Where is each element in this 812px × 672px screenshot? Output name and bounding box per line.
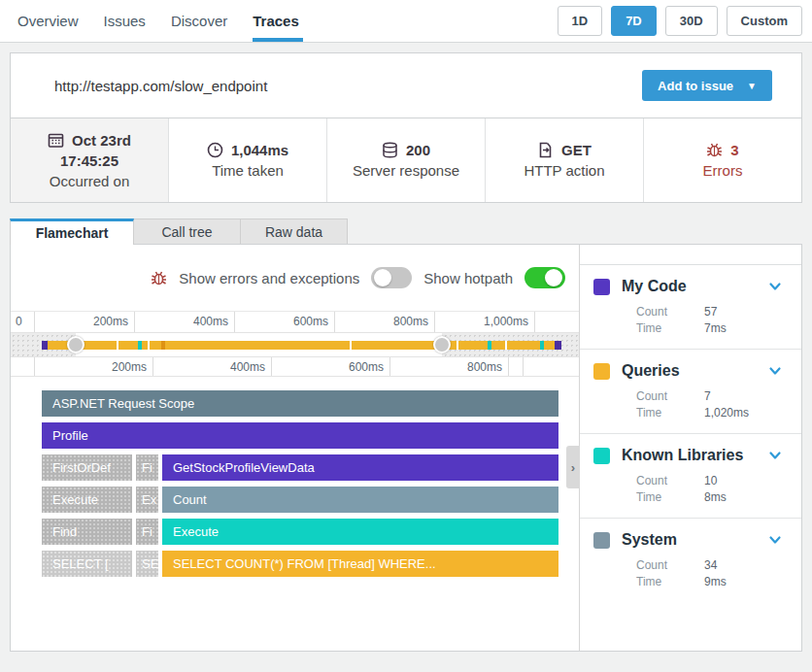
legend-item-header[interactable]: Queries — [593, 362, 788, 380]
flame-frame[interactable]: GetStockProfileViewData — [162, 454, 558, 481]
trace-stats-panel: Oct 23rd 17:45:25 Occurred on 1,044ms Ti… — [10, 118, 802, 203]
tab-raw-data[interactable]: Raw data — [241, 218, 348, 245]
time-value: 1,020ms — [704, 405, 749, 421]
flame-row: Find Fi Execute — [42, 519, 558, 545]
minimap-segment — [488, 341, 491, 350]
time-label: Time — [636, 320, 704, 337]
range-button-custom[interactable]: Custom — [727, 6, 802, 36]
time-label: Time — [636, 574, 704, 590]
stat-label: Time taken — [212, 160, 284, 181]
stat-value: 1,044ms — [231, 140, 288, 160]
flame-frame[interactable]: Count — [162, 487, 558, 513]
legend-count-row: Count7 — [636, 388, 788, 405]
nav-item-label: Issues — [104, 13, 146, 29]
my-code-swatch — [593, 279, 610, 295]
flame-frame[interactable]: Fi — [136, 519, 158, 545]
tab-call-tree[interactable]: Call tree — [134, 218, 241, 245]
trace-header-panel: http://testapp.com/slow_endpoint Add to … — [10, 52, 802, 118]
flame-frame[interactable]: FirstOrDef — [42, 454, 132, 481]
flame-frame[interactable]: SELECT [ — [42, 551, 132, 577]
show-hotpath-label: Show hotpath — [423, 270, 513, 286]
flame-frame[interactable]: Execute — [162, 519, 558, 545]
count-label: Count — [636, 304, 704, 320]
stat-value: Oct 23rd — [72, 130, 131, 151]
flame-frame[interactable]: Find — [42, 519, 132, 545]
timeline-ruler-zoomed: 200ms 400ms 600ms 800ms — [11, 356, 579, 377]
toggle-knob — [374, 269, 391, 286]
timeline-minimap[interactable] — [11, 333, 579, 356]
calendar-icon — [48, 132, 64, 149]
chevron-down-icon[interactable] — [768, 364, 782, 378]
minimap-segment — [350, 341, 352, 350]
legend-collapse-tab[interactable]: › — [566, 446, 580, 488]
count-label: Count — [636, 557, 704, 574]
legend-item-known-libraries: Known Libraries Count10 Time8ms — [580, 434, 801, 519]
show-errors-label: Show errors and exceptions — [179, 270, 359, 286]
time-range-group: 1D 7D 30D Custom — [558, 6, 803, 36]
minimap-right-handle[interactable] — [433, 336, 451, 353]
flame-frame[interactable]: SELECT COUNT(*) FROM [Thread] WHERE... — [162, 551, 558, 577]
legend-item-queries: Queries Count7 Time1,020ms — [580, 350, 801, 434]
show-hotpath-toggle[interactable] — [524, 267, 565, 288]
ruler-fill — [535, 312, 579, 332]
legend-item-header[interactable]: My Code — [593, 278, 788, 295]
legend-count-row: Count34 — [636, 557, 788, 574]
flame-frame[interactable]: Execute — [42, 487, 132, 513]
ruler-cell — [11, 357, 35, 376]
flame-row: FirstOrDef Fi GetStockProfileViewData — [42, 454, 558, 481]
tab-flamechart[interactable]: Flamechart — [10, 218, 134, 245]
range-button-1d[interactable]: 1D — [558, 6, 603, 36]
nav-item-traces[interactable]: Traces — [253, 0, 321, 42]
legend-list: My Code Count57 Time7ms Queries — [580, 264, 801, 602]
legend-item-header[interactable]: Known Libraries — [593, 447, 788, 464]
flame-frame[interactable]: Profile — [42, 422, 558, 449]
flame-frame[interactable]: ASP.NET Request Scope — [42, 390, 558, 417]
range-button-7d[interactable]: 7D — [611, 6, 657, 36]
timeline-ruler-full: 0 200ms 400ms 600ms 800ms 1,000ms — [11, 312, 579, 333]
minimap-segment — [540, 341, 544, 350]
minimap-segment — [505, 341, 507, 350]
nav-item-label: Traces — [253, 13, 299, 29]
add-to-issue-button[interactable]: Add to issue ▼ — [642, 70, 772, 101]
flame-frame[interactable]: Fi — [136, 454, 158, 481]
queries-swatch — [593, 363, 610, 380]
minimap-left-handle[interactable] — [67, 336, 85, 353]
flamechart-area: Show errors and exceptions Show hotpath … — [11, 245, 580, 651]
time-label: Time — [636, 405, 704, 421]
chevron-down-icon[interactable] — [768, 533, 782, 547]
database-icon — [382, 142, 398, 158]
legend-item-name: Queries — [622, 362, 757, 380]
ruler-tick: 1,000ms — [435, 312, 535, 332]
range-button-30d[interactable]: 30D — [665, 6, 718, 36]
stat-occurred-on: Oct 23rd 17:45:25 Occurred on — [11, 118, 169, 202]
nav-item-overview[interactable]: Overview — [17, 0, 100, 42]
minimap-segment — [148, 341, 150, 350]
trace-url: http://testapp.com/slow_endpoint — [54, 78, 642, 94]
chevron-down-icon[interactable] — [768, 280, 782, 293]
stat-label: HTTP action — [524, 160, 604, 181]
count-value: 7 — [704, 388, 711, 405]
stat-http-action: GET HTTP action — [486, 118, 644, 202]
nav-item-issues[interactable]: Issues — [104, 0, 167, 42]
flame-frame[interactable]: Ex — [136, 487, 158, 513]
show-errors-toggle[interactable] — [371, 267, 412, 288]
ruler-tick: 0 — [11, 312, 35, 332]
stat-label: Errors — [703, 160, 743, 181]
flame-frame[interactable]: SE — [136, 551, 158, 577]
stat-value-time: 17:45:25 — [60, 151, 118, 171]
legend-item-name: My Code — [622, 278, 757, 295]
time-value: 7ms — [704, 320, 727, 337]
legend-count-row: Count57 — [636, 304, 788, 320]
ruler-tick: 800ms — [335, 312, 435, 332]
minimap-segment — [138, 341, 142, 350]
bug-icon — [706, 142, 723, 158]
top-bar: Overview Issues Discover Traces 1D 7D 30… — [0, 0, 812, 43]
legend-item-header[interactable]: System — [593, 531, 788, 549]
stat-value: GET — [561, 140, 592, 160]
legend-item-name: System — [622, 531, 757, 549]
flamechart-panel: Show errors and exceptions Show hotpath … — [10, 244, 802, 652]
chevron-down-icon[interactable] — [768, 449, 782, 462]
known-libraries-swatch — [593, 448, 610, 464]
nav-item-discover[interactable]: Discover — [171, 0, 249, 42]
ruler-fill — [524, 357, 579, 376]
